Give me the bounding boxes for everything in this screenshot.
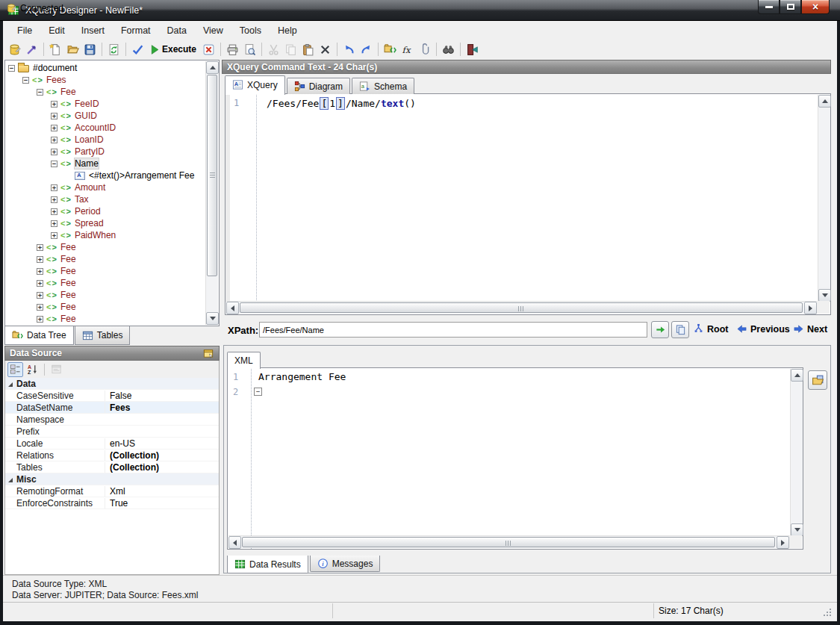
save-button[interactable] <box>81 41 99 57</box>
tab-diagram[interactable]: Diagram <box>287 78 350 94</box>
tree-item[interactable]: PartyID <box>5 146 205 158</box>
scroll-right-arrow[interactable] <box>804 302 817 314</box>
xml-results-editor[interactable]: 1 Arrangement Fee 2 <box>227 367 803 550</box>
property-row[interactable]: DataSetName Fees <box>5 402 219 414</box>
property-value[interactable]: Fees <box>105 402 219 413</box>
tree-expander[interactable] <box>51 113 57 119</box>
property-row[interactable]: Relations (Collection) <box>5 450 219 461</box>
alphabetical-sort-button[interactable] <box>25 362 40 377</box>
xml-line[interactable]: 2 <box>228 385 803 398</box>
property-row[interactable]: Locale en-US <box>5 438 219 450</box>
tree-expander[interactable] <box>37 256 43 263</box>
property-row[interactable]: Tables (Collection) <box>5 461 219 473</box>
properties-window-icon[interactable] <box>202 348 214 359</box>
tree-expander[interactable] <box>51 149 57 155</box>
scroll-up-arrow[interactable] <box>206 61 219 74</box>
tree-expander[interactable] <box>37 316 43 323</box>
scroll-up-arrow[interactable] <box>818 95 831 108</box>
tab-schema[interactable]: Schema <box>352 78 414 94</box>
tree-expander[interactable] <box>51 208 57 215</box>
tree-item[interactable]: Fee <box>5 253 205 265</box>
tree-expander[interactable] <box>37 244 43 251</box>
resize-grip[interactable] <box>824 609 833 618</box>
tab-xquery[interactable]: XQuery <box>225 75 285 95</box>
open-result-file-button[interactable] <box>808 370 827 390</box>
property-value[interactable]: (Collection) <box>105 462 219 473</box>
find-button[interactable] <box>440 41 457 57</box>
open-button[interactable] <box>64 41 81 57</box>
tree-item[interactable]: Fee <box>5 86 205 98</box>
tree-expander[interactable] <box>51 232 57 239</box>
stop-button[interactable] <box>200 41 217 57</box>
paste-button[interactable] <box>299 41 317 57</box>
editor-vertical-scrollbar[interactable] <box>818 95 830 302</box>
scroll-down-arrow[interactable] <box>206 312 219 325</box>
minimize-button[interactable] <box>758 0 780 14</box>
tree-item[interactable]: Fee <box>5 277 205 289</box>
tree-item[interactable]: Tax <box>5 193 205 205</box>
tab-xml[interactable]: XML <box>227 352 261 369</box>
collapse-box[interactable] <box>254 388 262 396</box>
function-button[interactable] <box>399 41 416 57</box>
scroll-thumb[interactable] <box>242 537 775 547</box>
tree-item[interactable]: Period <box>5 205 205 217</box>
scroll-left-arrow[interactable] <box>226 302 239 314</box>
tree-item[interactable]: FeeID <box>5 98 205 110</box>
property-value[interactable]: (Collection) <box>105 450 219 461</box>
property-row[interactable]: Data <box>5 378 219 390</box>
scroll-thumb[interactable] <box>240 302 803 313</box>
tree-expander[interactable] <box>51 220 57 227</box>
tree-expander[interactable] <box>51 125 57 131</box>
editor-horizontal-scrollbar[interactable] <box>226 301 817 314</box>
scroll-left-arrow[interactable] <box>228 536 241 549</box>
undo-button[interactable] <box>340 41 358 57</box>
property-row[interactable]: EnforceConstraints True <box>5 497 219 509</box>
tree-item[interactable]: Fee <box>5 241 205 253</box>
tree-expander[interactable] <box>51 161 57 167</box>
refresh-button[interactable] <box>105 41 122 57</box>
datasource-button[interactable] <box>6 41 23 57</box>
property-row[interactable]: Namespace <box>5 414 219 426</box>
tree-expander[interactable] <box>37 292 43 299</box>
tree-vertical-scrollbar[interactable] <box>205 61 218 325</box>
property-row[interactable]: Misc <box>5 473 219 485</box>
menu-item[interactable]: Edit <box>40 22 73 39</box>
print-button[interactable] <box>224 41 241 57</box>
exit-button[interactable] <box>464 41 481 57</box>
xquery-editor-content[interactable]: 1 /Fees/Fee[1]/Name/text() <box>225 94 818 302</box>
scroll-right-arrow[interactable] <box>777 536 789 549</box>
next-button[interactable]: Next <box>793 323 827 335</box>
tree-item[interactable]: GUID <box>5 110 205 122</box>
tree-expander[interactable] <box>37 304 43 311</box>
property-value[interactable]: False <box>105 391 219 401</box>
scroll-down-arrow[interactable] <box>791 523 803 536</box>
property-value[interactable]: en-US <box>105 438 219 449</box>
menu-item[interactable]: File <box>9 22 40 39</box>
xquery-editor[interactable]: 1 /Fees/Fee[1]/Name/text() <box>225 93 831 315</box>
tab-tables[interactable]: Tables <box>75 326 131 345</box>
tab-messages[interactable]: Messages <box>310 556 381 572</box>
menu-item[interactable]: Tools <box>231 22 270 39</box>
menu-item[interactable]: Insert <box>73 22 113 39</box>
xpath-copy-button[interactable] <box>671 321 689 338</box>
print-preview-button[interactable] <box>241 41 258 57</box>
xml-line[interactable]: 1 Arrangement Fee <box>228 370 803 383</box>
tree-expander[interactable] <box>51 101 57 108</box>
categorized-button[interactable] <box>7 362 23 377</box>
root-button[interactable]: Root <box>693 323 728 335</box>
xpath-builder-button[interactable] <box>382 41 399 57</box>
menu-item[interactable]: Format <box>113 22 159 39</box>
tree-expander[interactable] <box>37 89 43 96</box>
code-line[interactable]: 1 /Fees/Fee[1]/Name/text() <box>225 96 818 110</box>
new-button[interactable] <box>47 41 64 57</box>
tree-item[interactable]: Fee <box>5 265 205 277</box>
scroll-thumb[interactable] <box>207 75 217 276</box>
tree-item[interactable]: LoanID <box>5 134 205 146</box>
tree-expander[interactable] <box>22 77 29 84</box>
tab-data-results[interactable]: Data Results <box>227 556 308 573</box>
property-row[interactable]: RemotingFormat Xml <box>5 485 219 497</box>
tree-expander[interactable] <box>37 268 43 275</box>
tree-expander[interactable] <box>8 65 15 72</box>
maximize-button[interactable] <box>780 0 801 14</box>
menu-item[interactable]: Help <box>270 22 305 39</box>
